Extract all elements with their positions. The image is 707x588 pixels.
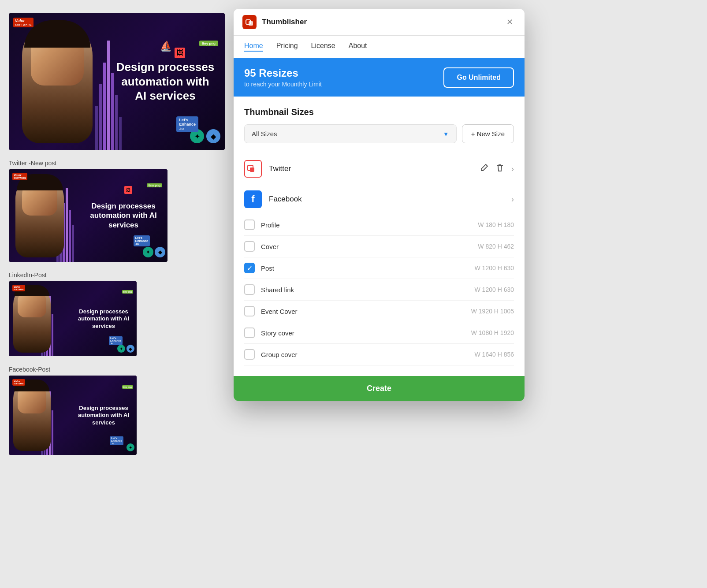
close-button[interactable]: ✕ bbox=[503, 16, 516, 28]
nav-about[interactable]: About bbox=[349, 42, 367, 52]
facebook-header: f Facebook › bbox=[244, 184, 514, 214]
facebook-profile-size: W 180 H 180 bbox=[478, 221, 514, 228]
lets-enhance-badge: Let'sEnhance.io bbox=[176, 116, 198, 132]
main-content: Thumbnail Sizes All Sizes ▼ + New Size T… bbox=[234, 97, 525, 376]
brand-logo: Valor SOFTWARE bbox=[13, 18, 33, 27]
facebook-cover-checkbox[interactable] bbox=[244, 241, 255, 252]
facebook-cover-item: Cover W 820 H 462 bbox=[244, 236, 514, 257]
facebook-icon: f bbox=[244, 190, 262, 208]
tinypng-badge: tiny png bbox=[199, 41, 218, 46]
facebook-post-label: Post bbox=[261, 264, 475, 272]
facebook-profile-checkbox[interactable] bbox=[244, 220, 255, 230]
facebook-cover-size: W 820 H 462 bbox=[478, 243, 514, 250]
linkedin-thumbnail-label: LinkedIn-Post bbox=[9, 272, 225, 279]
twitter-tinypng: tiny png bbox=[147, 183, 162, 187]
main-thumbnail: Valor SOFTWARE Design processes automati… bbox=[9, 13, 225, 150]
size-controls: All Sizes ▼ + New Size bbox=[244, 124, 514, 143]
new-size-button[interactable]: + New Size bbox=[462, 124, 514, 143]
facebook-profile-label: Profile bbox=[261, 221, 478, 229]
nav-license[interactable]: License bbox=[311, 42, 335, 52]
twitter-thumbnail: Valor SOFTWARE Design processes automati… bbox=[9, 169, 167, 262]
facebook-post-size: W 1200 H 630 bbox=[475, 264, 514, 272]
facebook-chevron-icon[interactable]: › bbox=[511, 195, 514, 204]
twitter-layers-icon: ◆ bbox=[155, 247, 165, 257]
facebook-sizes-list: Profile W 180 H 180 Cover W 820 H 462 ✓ … bbox=[244, 214, 514, 365]
dropdown-arrow-icon: ▼ bbox=[443, 130, 449, 138]
create-button[interactable]: Create bbox=[234, 376, 525, 401]
facebook-lets-enhance: Let'sEnhance.io bbox=[110, 436, 123, 445]
delete-icon[interactable] bbox=[495, 164, 504, 175]
facebook-groupcover-size: W 1640 H 856 bbox=[475, 351, 514, 358]
facebook-eventcover-size: W 1920 H 1005 bbox=[471, 308, 514, 315]
app-title: Thumblisher bbox=[262, 18, 503, 26]
twitter-platform-name: Twitter bbox=[269, 164, 480, 173]
linkedin-lets-enhance: Let'sEnhance.io bbox=[109, 336, 123, 345]
svg-rect-3 bbox=[250, 167, 254, 172]
linkedin-layers-icon: ◆ bbox=[127, 345, 134, 353]
linkedin-openai-icon: ✦ bbox=[117, 345, 125, 353]
linkedin-brand-logo: Valor SOFTWARE bbox=[12, 285, 25, 291]
facebook-tinypng: tiny png bbox=[122, 385, 133, 389]
section-title: Thumbnail Sizes bbox=[244, 107, 514, 117]
facebook-groupcover-label: Group cover bbox=[261, 351, 475, 358]
twitter-actions: › bbox=[480, 164, 514, 175]
imgly-icon: 🖼 bbox=[175, 48, 185, 58]
linkedin-thumbnail-text: Design processes automation with AI serv… bbox=[75, 308, 132, 330]
size-dropdown[interactable]: All Sizes ▼ bbox=[244, 124, 457, 143]
facebook-profile-item: Profile W 180 H 180 bbox=[244, 214, 514, 236]
facebook-openai-icon: ✦ bbox=[127, 443, 134, 451]
stats-subtitle: to reach your Mounthly Limit bbox=[244, 81, 322, 88]
svg-rect-1 bbox=[249, 21, 253, 26]
twitter-lets-enhance: Let'sEnhance.io bbox=[134, 235, 150, 246]
facebook-sharedlink-item: Shared link W 1200 H 630 bbox=[244, 279, 514, 301]
twitter-chevron-icon[interactable]: › bbox=[511, 164, 514, 174]
nav-bar: Home Pricing License About bbox=[234, 36, 525, 58]
nav-home[interactable]: Home bbox=[244, 42, 263, 52]
facebook-thumbnail: Valor SOFTWARE Design processes automati… bbox=[9, 376, 137, 455]
app-icon bbox=[242, 15, 257, 29]
twitter-platform-item: Twitter › bbox=[244, 154, 514, 184]
facebook-thumbnail-text: Design processes automation with AI serv… bbox=[75, 405, 132, 426]
app-window-panel: Thumblisher ✕ Home Pricing License About… bbox=[229, 9, 698, 401]
linkedin-thumbnail: Valor SOFTWARE Design processes automati… bbox=[9, 281, 137, 356]
facebook-section: f Facebook › Profile W 180 H 180 Cover W… bbox=[244, 184, 514, 365]
facebook-thumbnail-label: Facebook-Post bbox=[9, 366, 225, 373]
linkedin-tinypng: tiny png bbox=[122, 290, 133, 294]
stats-count: 95 Resizes bbox=[244, 67, 322, 79]
facebook-sharedlink-label: Shared link bbox=[261, 286, 475, 294]
facebook-cover-label: Cover bbox=[261, 243, 478, 250]
twitter-openai-icon: ✦ bbox=[143, 247, 153, 257]
twitter-imgly: 🖼 bbox=[124, 186, 132, 194]
go-unlimited-button[interactable]: Go Unlimited bbox=[443, 67, 514, 88]
dropdown-label: All Sizes bbox=[252, 130, 277, 138]
facebook-groupcover-checkbox[interactable] bbox=[244, 349, 255, 360]
twitter-brand-logo: Valor SOFTWARE bbox=[12, 173, 27, 180]
facebook-post-item: ✓ Post W 1200 H 630 bbox=[244, 257, 514, 279]
app-window: Thumblisher ✕ Home Pricing License About… bbox=[234, 9, 525, 401]
facebook-sharedlink-size: W 1200 H 630 bbox=[475, 286, 514, 293]
twitter-icon bbox=[244, 160, 262, 178]
main-thumbnail-text: Design processes automation with AI serv… bbox=[115, 60, 216, 103]
thumbnail-previews: Valor SOFTWARE Design processes automati… bbox=[9, 9, 229, 588]
facebook-storycover-item: Story cover W 1080 H 1920 bbox=[244, 322, 514, 344]
twitter-thumbnail-text: Design processes automation with AI serv… bbox=[86, 201, 161, 230]
facebook-storycover-checkbox[interactable] bbox=[244, 327, 255, 338]
stats-banner: 95 Resizes to reach your Mounthly Limit … bbox=[234, 58, 525, 97]
edit-icon[interactable] bbox=[480, 164, 488, 175]
title-bar: Thumblisher ✕ bbox=[234, 9, 525, 36]
facebook-storycover-size: W 1080 H 1920 bbox=[471, 329, 514, 336]
facebook-platform-name: Facebook bbox=[269, 195, 511, 204]
sail-icon: ⛵ bbox=[160, 41, 172, 52]
facebook-brand-logo: Valor SOFTWARE bbox=[12, 379, 25, 386]
facebook-post-checkbox[interactable]: ✓ bbox=[244, 263, 255, 273]
facebook-eventcover-item: Event Cover W 1920 H 1005 bbox=[244, 301, 514, 322]
facebook-storycover-label: Story cover bbox=[261, 329, 471, 337]
twitter-thumbnail-label: Twitter -New post bbox=[9, 160, 225, 167]
facebook-groupcover-item: Group cover W 1640 H 856 bbox=[244, 344, 514, 365]
nav-pricing[interactable]: Pricing bbox=[276, 42, 298, 52]
facebook-eventcover-checkbox[interactable] bbox=[244, 306, 255, 316]
facebook-sharedlink-checkbox[interactable] bbox=[244, 284, 255, 295]
layers-icon: ◆ bbox=[206, 129, 220, 143]
stats-info: 95 Resizes to reach your Mounthly Limit bbox=[244, 67, 322, 88]
facebook-eventcover-label: Event Cover bbox=[261, 308, 471, 315]
